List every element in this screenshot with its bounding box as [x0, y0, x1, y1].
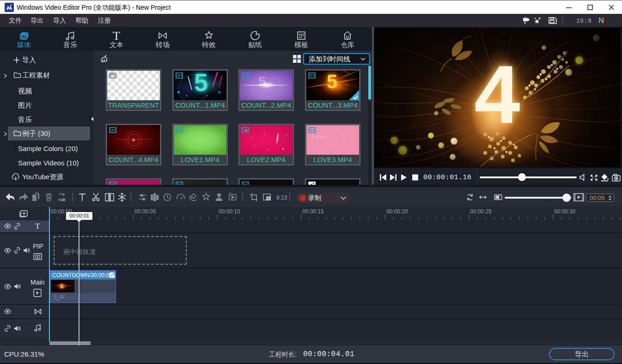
svg-text:8:13: 8:13: [276, 194, 287, 201]
